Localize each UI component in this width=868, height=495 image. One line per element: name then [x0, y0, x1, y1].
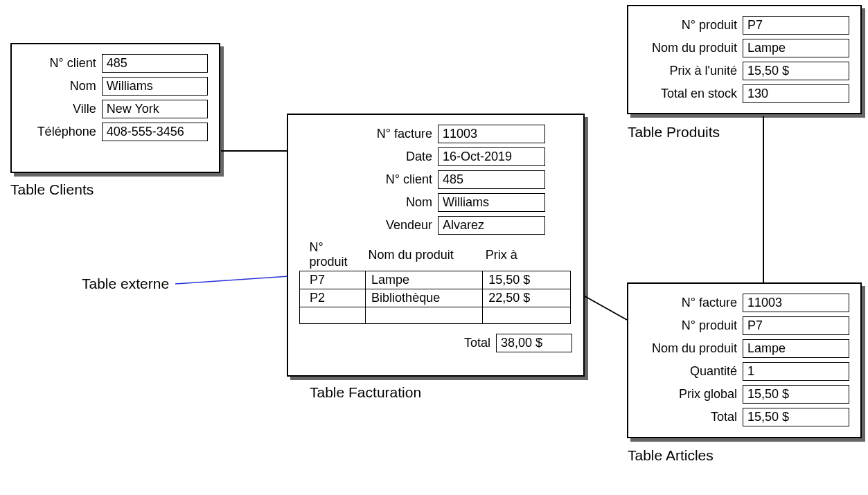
field-value[interactable]: 485	[102, 54, 208, 73]
field-row: Ville New York	[23, 100, 208, 118]
field-value[interactable]: 15,50 $	[743, 62, 849, 80]
table-produits-title: Table Produits	[628, 124, 720, 141]
field-row: Nom du produit Lampe	[639, 39, 849, 57]
field-value[interactable]: Alvarez	[438, 216, 545, 235]
cell-name[interactable]: Lampe	[366, 271, 483, 289]
field-label: Nom	[23, 79, 102, 93]
field-value[interactable]: P7	[743, 16, 849, 35]
col-header-price: Prix à	[483, 239, 571, 271]
field-row: Total 15,50 $	[639, 408, 849, 426]
field-value[interactable]: 1	[743, 362, 849, 381]
field-row: Quantité 1	[639, 362, 849, 381]
field-row: Date 16-Oct-2019	[299, 147, 572, 166]
field-label: Quantité	[639, 364, 743, 379]
table-articles-title: Table Articles	[628, 447, 714, 464]
field-row: N° facture 11003	[639, 294, 849, 312]
field-value[interactable]: 11003	[438, 125, 545, 143]
field-value[interactable]: 485	[438, 170, 545, 189]
field-row: Prix global 15,50 $	[639, 385, 849, 404]
cell-name[interactable]	[366, 307, 483, 324]
field-value[interactable]: New York	[102, 100, 208, 118]
field-value[interactable]: Lampe	[743, 339, 849, 358]
cell-price[interactable]: 15,50 $	[483, 271, 571, 289]
field-label: Total	[639, 410, 743, 424]
svg-line-5	[581, 294, 627, 320]
table-facturation-panel: N° facture 11003 Date 16-Oct-2019 N° cli…	[287, 114, 585, 377]
field-value[interactable]: P7	[743, 316, 849, 335]
field-row: N° client 485	[23, 54, 208, 73]
table-row[interactable]	[300, 307, 571, 324]
field-label: Ville	[23, 102, 102, 116]
field-label: Nom du produit	[639, 341, 743, 356]
field-row: Téléphone 408-555-3456	[23, 123, 208, 141]
field-label: Date	[299, 150, 438, 164]
field-label: N° facture	[299, 127, 438, 141]
field-label: N° produit	[639, 318, 743, 333]
table-articles-panel: N° facture 11003 N° produit P7 Nom du pr…	[627, 282, 862, 438]
cell-name[interactable]: Bibliothèque	[366, 289, 483, 307]
field-label: Prix à l'unité	[639, 64, 743, 78]
field-row: N° produit P7	[639, 16, 849, 35]
table-facturation-title: Table Facturation	[310, 384, 421, 401]
total-label: Total	[464, 336, 492, 350]
field-row: Nom Williams	[23, 77, 208, 96]
field-value[interactable]: 130	[743, 84, 849, 103]
field-value[interactable]: Williams	[102, 77, 208, 96]
cell-id[interactable]: P2	[300, 289, 366, 307]
field-label: Nom	[299, 195, 438, 210]
field-label: N° facture	[639, 296, 743, 310]
total-value[interactable]: 38,00 $	[496, 334, 572, 352]
field-value[interactable]: 16-Oct-2019	[438, 147, 545, 166]
table-clients-title: Table Clients	[10, 181, 94, 198]
col-header-id: N° produit	[300, 239, 366, 271]
table-produits-panel: N° produit P7 Nom du produit Lampe Prix …	[627, 5, 862, 114]
table-header-row: N° produit Nom du produit Prix à	[300, 239, 571, 271]
field-label: Total en stock	[639, 87, 743, 101]
field-value[interactable]: 15,50 $	[743, 408, 849, 426]
field-row: Vendeur Alvarez	[299, 216, 572, 235]
total-row: Total 38,00 $	[299, 334, 572, 352]
cell-id[interactable]	[300, 307, 366, 324]
field-row: Total en stock 130	[639, 84, 849, 103]
table-clients-panel: N° client 485 Nom Williams Ville New Yor…	[10, 43, 220, 173]
cell-id[interactable]: P7	[300, 271, 366, 289]
annotation-table-externe: Table externe	[82, 276, 169, 292]
field-label: Vendeur	[299, 218, 438, 233]
field-label: Prix global	[639, 387, 743, 402]
field-label: N° client	[299, 172, 438, 187]
cell-price[interactable]	[483, 307, 571, 324]
field-row: N° client 485	[299, 170, 572, 189]
cell-price[interactable]: 22,50 $	[483, 289, 571, 307]
col-header-name: Nom du produit	[366, 239, 483, 271]
field-value[interactable]: Lampe	[743, 39, 849, 57]
svg-line-1	[175, 276, 299, 284]
field-value[interactable]: 408-555-3456	[102, 123, 208, 141]
field-value[interactable]: Williams	[438, 193, 545, 212]
field-row: Prix à l'unité 15,50 $	[639, 62, 849, 80]
table-row[interactable]: P2 Bibliothèque 22,50 $	[300, 289, 571, 307]
field-row: N° facture 11003	[299, 125, 572, 143]
field-row: Nom du produit Lampe	[639, 339, 849, 358]
field-row: N° produit P7	[639, 316, 849, 335]
field-value[interactable]: 15,50 $	[743, 385, 849, 404]
field-label: N° client	[23, 56, 102, 71]
table-row[interactable]: P7 Lampe 15,50 $	[300, 271, 571, 289]
portal-table: N° produit Nom du produit Prix à P7 Lamp…	[299, 239, 571, 324]
field-label: Téléphone	[23, 125, 102, 139]
field-row: Nom Williams	[299, 193, 572, 212]
field-value[interactable]: 11003	[743, 294, 849, 312]
field-label: N° produit	[639, 18, 743, 33]
field-label: Nom du produit	[639, 41, 743, 55]
